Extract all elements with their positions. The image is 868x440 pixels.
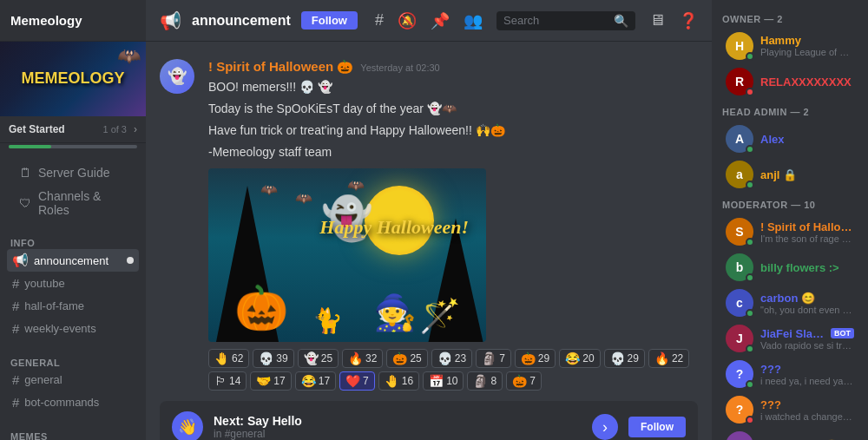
reaction-count: 39 (276, 352, 287, 364)
pin-icon[interactable]: 📌 (431, 11, 450, 30)
member-info: ???i need ya, i need ya, babe, wh... (760, 363, 854, 386)
cat-icon: 🐈 (312, 306, 343, 335)
members-icon[interactable]: 👥 (464, 11, 483, 30)
reaction-count: 7 (529, 375, 536, 387)
hashtag-icon[interactable]: # (375, 11, 384, 30)
get-started-count: 1 of 3 (102, 124, 127, 135)
sidebar-item-weekly-events[interactable]: #weekly-events (7, 318, 139, 339)
reaction[interactable]: 😂17 (295, 371, 336, 391)
shield-icon: 🛡 (19, 196, 31, 210)
avatar: b (726, 253, 753, 281)
member-info: ! Spirit of Halloween 🎃I'm the son of ra… (760, 220, 854, 244)
member-item-hammy[interactable]: HHammyPlaying League of Legends 🎮 (715, 29, 865, 63)
reaction[interactable]: 💀39 (253, 349, 293, 368)
reaction[interactable]: 📅10 (423, 371, 464, 391)
follow-bottom-button[interactable]: Follow (628, 417, 686, 437)
reaction[interactable]: 👻25 (298, 349, 339, 368)
avatar: ? (726, 396, 753, 424)
header-icons: # 🔕 📌 👥 🔍 🖥 ❓ (375, 11, 698, 30)
witch-icon: 🧙 (373, 292, 417, 333)
member-game: Playing League of Legends 🎮 (760, 47, 854, 58)
status-online-icon (746, 52, 754, 61)
reaction[interactable]: 💀23 (431, 349, 472, 368)
channel-sections: INFO📢announcement#youtube#hall-of-fame#w… (0, 224, 146, 440)
member-name: ! Spirit of Halloween 🎃 (760, 220, 854, 233)
reaction[interactable]: 💀29 (604, 349, 645, 368)
help-icon[interactable]: ❓ (679, 11, 698, 30)
sidebar-item-announcement[interactable]: 📢announcement (7, 249, 139, 272)
bat-icon-2: 🦇 (295, 190, 312, 207)
reaction[interactable]: 🎃7 (506, 371, 542, 391)
next-promo-arrow-button[interactable]: › (592, 414, 618, 440)
reaction-count: 32 (365, 352, 377, 364)
sidebar-item-server-guide[interactable]: 🗒 Server Guide (10, 161, 135, 184)
member-info: HammyPlaying League of Legends 🎮 (760, 34, 854, 58)
reaction[interactable]: 🎃29 (515, 349, 556, 368)
next-promo: 👋 Next: Say Hello in #general › Follow (160, 401, 698, 440)
member-game: "oh, you dont even smile" - Ma... (760, 305, 854, 315)
reaction-count: 23 (455, 352, 466, 364)
member-info: anjl 🔒 (760, 168, 854, 181)
happy-halloween-text: Happy Halloween! (319, 216, 469, 239)
search-input[interactable] (503, 14, 608, 27)
sidebar-item-channels-roles[interactable]: 🛡 Channels & Roles (10, 185, 135, 221)
member-item-member6[interactable]: ????i watched a change in you... (715, 392, 865, 427)
sidebar-item-hall-of-fame[interactable]: #hall-of-fame (7, 295, 139, 317)
reaction-count: 62 (232, 352, 243, 364)
channel-type-icon: 📢 (160, 10, 181, 31)
status-dnd-icon (746, 88, 754, 96)
channel-section-memes: MEMES#memes#meme-submissions (0, 417, 146, 440)
follow-button[interactable]: Follow (301, 11, 358, 30)
reaction-count: 25 (410, 352, 421, 364)
reaction[interactable]: 🔥32 (342, 349, 383, 368)
channel-name: youtube (24, 277, 64, 290)
message-group: 👻 ! Spirit of Halloween 🎃 Yesterday at 0… (146, 56, 712, 394)
halloween-image: 👻 🎃 🐈 🧙 🪄 🦇 🦇 🦇 Happy Halloween! (208, 168, 486, 342)
reaction-emoji: 🤚 (385, 374, 399, 388)
reaction-emoji: 👻 (304, 351, 319, 365)
next-promo-text: Next: Say Hello in #general (214, 414, 582, 440)
reaction-count: 16 (402, 375, 413, 387)
member-item-jiafei[interactable]: JJiaFei SlayyyyBOTVado rapido se si trat… (715, 321, 865, 356)
search-box[interactable]: 🔍 (496, 11, 635, 30)
reaction[interactable]: 🗿8 (467, 371, 503, 391)
search-icon: 🔍 (614, 14, 628, 28)
member-item-anjl[interactable]: aanjl 🔒 (715, 157, 865, 192)
status-online-icon (746, 145, 754, 154)
member-name: RELAXXXXXXXX (760, 76, 852, 89)
bell-icon[interactable]: 🔕 (398, 11, 417, 30)
get-started-bar[interactable]: Get Started 1 of 3 › (0, 116, 146, 143)
inbox-icon[interactable]: 🖥 (649, 11, 665, 30)
reaction[interactable]: 😂20 (559, 349, 600, 368)
member-item-relaxxxxxxxx[interactable]: RRELAXXXXXXXX (715, 64, 865, 99)
bat-icon-3: 🦇 (347, 177, 365, 194)
sidebar-item-general[interactable]: #general (7, 369, 139, 391)
reaction[interactable]: 🏳14 (208, 371, 247, 391)
member-item-alex[interactable]: AAlex (715, 121, 865, 156)
reaction-count: 17 (319, 375, 330, 387)
member-info: RELAXXXXXXXX (760, 76, 854, 89)
sidebar-item-youtube[interactable]: #youtube (7, 273, 139, 294)
member-info: billy flowers :> (760, 261, 854, 274)
sidebar-item-bot-commands[interactable]: #bot-commands (7, 391, 139, 413)
member-item-billy[interactable]: bbilly flowers :> (715, 250, 865, 285)
member-item-spirit[interactable]: S! Spirit of Halloween 🎃I'm the son of r… (715, 214, 865, 249)
reaction[interactable]: 🔥22 (648, 349, 689, 368)
member-name: ??? (760, 398, 781, 411)
reaction[interactable]: 🎃25 (386, 349, 427, 368)
reaction-emoji: 🔥 (654, 351, 669, 365)
next-promo-title: Next: Say Hello (214, 414, 582, 428)
reaction[interactable]: 🤚16 (378, 371, 419, 391)
reaction[interactable]: 🤚62 (208, 349, 249, 368)
channel-name: general (24, 373, 62, 386)
member-name: carbon 😊 (760, 292, 815, 305)
member-name: Alex (760, 133, 784, 146)
reaction[interactable]: ❤️7 (339, 371, 375, 391)
reaction[interactable]: 🗿7 (476, 349, 511, 368)
member-list: OWNER — 2HHammyPlaying League of Legends… (712, 0, 868, 440)
reaction[interactable]: 🤝17 (250, 371, 291, 391)
member-item-sticky-mak[interactable]: ssticky_mak 😊 (715, 428, 865, 440)
member-item-carbon[interactable]: ccarbon 😊"oh, you dont even smile" - Ma.… (715, 286, 865, 320)
server-header[interactable]: Memeology (0, 0, 146, 42)
member-item-member5[interactable]: ????i need ya, i need ya, babe, wh... (715, 357, 865, 391)
